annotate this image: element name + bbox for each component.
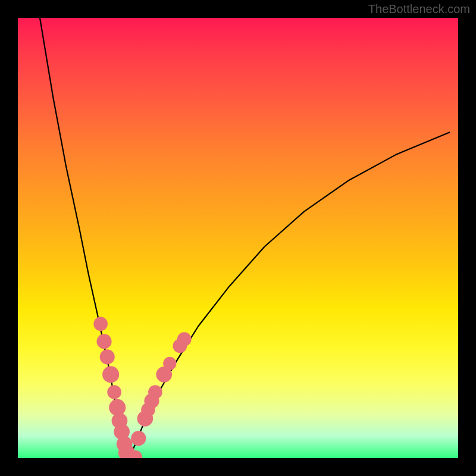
marker-dot — [148, 385, 162, 399]
marker-dot — [96, 334, 111, 349]
curve-group — [40, 18, 449, 458]
marker-dot — [93, 317, 108, 331]
marker-dot — [100, 349, 115, 364]
marker-dot — [177, 332, 192, 346]
marker-group — [93, 317, 191, 458]
curve-right-curve — [129, 132, 449, 458]
marker-dot — [102, 366, 119, 383]
marker-dot — [163, 357, 176, 370]
marker-dot — [107, 385, 121, 399]
chart-svg — [18, 18, 458, 458]
chart-frame: TheBottleneck.com — [0, 0, 476, 476]
watermark-text: TheBottleneck.com — [368, 2, 470, 16]
marker-dot — [131, 431, 146, 446]
plot-area — [18, 18, 458, 458]
